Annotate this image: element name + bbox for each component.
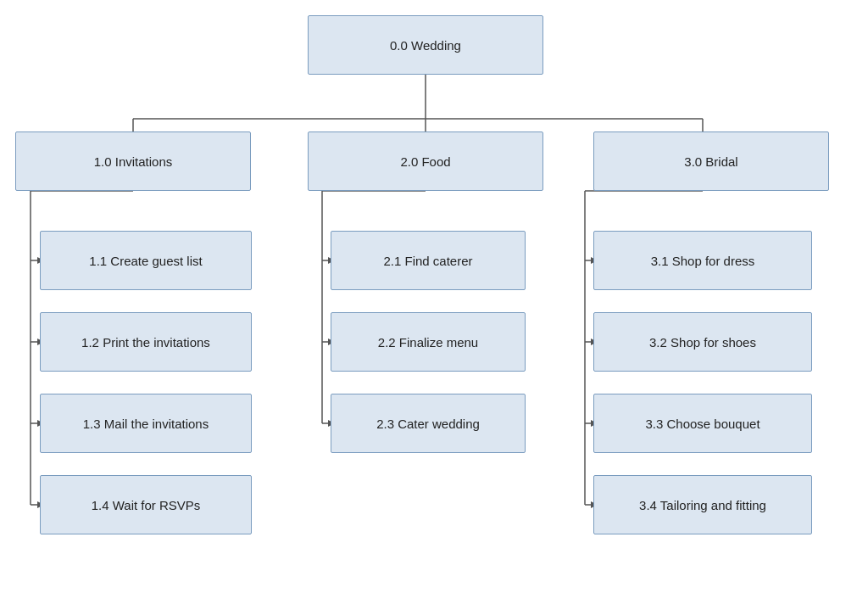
node-11: 1.1 Create guest list xyxy=(40,231,252,290)
node-1: 1.0 Invitations xyxy=(15,131,251,191)
node-12: 1.2 Print the invitations xyxy=(40,312,252,372)
node-root: 0.0 Wedding xyxy=(308,15,543,75)
node-33: 3.3 Choose bouquet xyxy=(593,394,812,453)
node-21: 2.1 Find caterer xyxy=(331,231,526,290)
node-23: 2.3 Cater wedding xyxy=(331,394,526,453)
node-14: 1.4 Wait for RSVPs xyxy=(40,475,252,534)
node-31: 3.1 Shop for dress xyxy=(593,231,812,290)
node-13: 1.3 Mail the invitations xyxy=(40,394,252,453)
node-22: 2.2 Finalize menu xyxy=(331,312,526,372)
node-34: 3.4 Tailoring and fitting xyxy=(593,475,812,534)
wbs-diagram: 0.0 Wedding 1.0 Invitations 2.0 Food 3.0… xyxy=(0,0,868,593)
node-2: 2.0 Food xyxy=(308,131,543,191)
node-3: 3.0 Bridal xyxy=(593,131,829,191)
node-32: 3.2 Shop for shoes xyxy=(593,312,812,372)
